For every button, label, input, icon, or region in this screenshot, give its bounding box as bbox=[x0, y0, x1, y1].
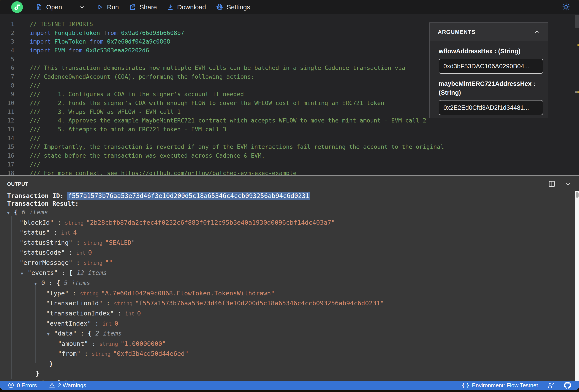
toolbar: Open Run Share Download bbox=[0, 0, 579, 14]
argument-input-wflow[interactable]: 0xd3bF53DAC106A0290B04... bbox=[439, 59, 543, 74]
gear-icon bbox=[216, 3, 223, 11]
share-button-label: Share bbox=[140, 3, 157, 11]
code-line: 14/// bbox=[0, 134, 579, 143]
flow-logo-icon bbox=[11, 1, 23, 13]
feedback-person-icon[interactable] bbox=[547, 382, 554, 389]
open-button[interactable]: Open bbox=[35, 3, 62, 11]
app-window: Open Run Share Download bbox=[0, 0, 579, 390]
editor-scrollbar-thumb[interactable] bbox=[575, 15, 579, 28]
output-row: "amount" : string"1.00000000" bbox=[7, 339, 574, 349]
collapse-arrow-icon[interactable]: ▼ bbox=[21, 269, 28, 278]
errors-status[interactable]: 0 Errors bbox=[8, 382, 37, 389]
collapse-arrow-icon[interactable]: ▼ bbox=[34, 379, 41, 381]
output-scrollbar-thumb[interactable] bbox=[576, 192, 579, 198]
output-row: ▼"data" : { 2 items bbox=[7, 329, 574, 339]
transaction-result-label: Transaction Result: bbox=[7, 200, 574, 208]
output-row: } bbox=[7, 369, 574, 378]
code-line: 15/// Importantly, the transaction is re… bbox=[0, 143, 579, 151]
output-content: Transaction ID: f557a1573b76aa53e73d46f3… bbox=[7, 176, 574, 381]
code-line: 18/// For more context, see https://gith… bbox=[0, 169, 579, 175]
output-row: ▼1 : { 5 items bbox=[7, 378, 574, 381]
warning-marker bbox=[578, 44, 579, 46]
transaction-id-line: Transaction ID: f557a1573b76aa53e73d46f3… bbox=[7, 192, 574, 200]
chevron-down-icon bbox=[79, 4, 85, 10]
theme-toggle-button[interactable] bbox=[562, 2, 570, 12]
chevron-up-icon[interactable] bbox=[534, 29, 540, 35]
collapse-arrow-icon[interactable]: ▼ bbox=[7, 208, 14, 218]
argument-label: wflowAddressHex : (String) bbox=[439, 47, 537, 56]
status-bar-right: { } Environment: Flow Testnet bbox=[462, 382, 571, 389]
arguments-body: wflowAddressHex : (String) 0xd3bF53DAC10… bbox=[430, 41, 548, 115]
open-button-label: Open bbox=[46, 3, 62, 11]
argument-label: maybeMintERC721AddressHex : (String) bbox=[439, 79, 537, 97]
argument-input-maybemint[interactable]: 0x2E2Ed0Cfd3AD2f1d34481... bbox=[439, 100, 543, 115]
warnings-count: 2 Warnings bbox=[58, 382, 86, 389]
open-file-icon bbox=[35, 3, 43, 11]
output-row: "statusString" : string"SEALED" bbox=[7, 238, 574, 248]
output-row: "type" : string"A.7e60df042a9c0868.FlowT… bbox=[7, 288, 574, 299]
run-play-icon bbox=[96, 4, 103, 10]
environment-label: Environment: Flow Testnet bbox=[472, 382, 538, 389]
run-button-label: Run bbox=[107, 3, 119, 11]
errors-count: 0 Errors bbox=[17, 382, 37, 389]
collapse-arrow-icon[interactable]: ▼ bbox=[47, 329, 54, 339]
flow-logo-glyph bbox=[14, 4, 20, 10]
share-button[interactable]: Share bbox=[129, 3, 157, 11]
output-row: "statusCode" : int0 bbox=[7, 248, 574, 258]
settings-button-label: Settings bbox=[227, 3, 250, 11]
output-row: "errorMessage" : string"" bbox=[7, 258, 574, 268]
scroll-marker bbox=[575, 91, 578, 93]
sun-icon bbox=[562, 2, 570, 11]
output-row: "blockId" : string"2b28cbfb87da2cfec4f02… bbox=[7, 218, 574, 228]
warning-triangle-icon bbox=[49, 382, 55, 389]
error-circle-icon bbox=[8, 382, 14, 389]
output-panel: OUTPUT Transaction ID: f557a1573b76aa53e… bbox=[0, 175, 579, 381]
warning-marker bbox=[578, 91, 579, 93]
download-button-label: Download bbox=[177, 3, 206, 11]
output-row: ▼{ 6 items bbox=[7, 207, 574, 218]
run-button[interactable]: Run bbox=[96, 3, 119, 11]
output-scrollbar-track[interactable] bbox=[575, 191, 579, 381]
collapse-arrow-icon[interactable]: ▼ bbox=[34, 279, 41, 288]
output-row: "transactionId" : string"f557a1573b76aa5… bbox=[7, 298, 574, 309]
status-bar: 0 Errors 2 Warnings { } Environment: Flo… bbox=[0, 381, 579, 390]
output-row: "from" : string"0xfd3b4cd50d44e6ed" bbox=[7, 349, 574, 359]
arguments-panel-header[interactable]: ARGUMENTS bbox=[430, 23, 548, 41]
github-icon[interactable] bbox=[564, 382, 571, 389]
open-dropdown-button[interactable] bbox=[79, 4, 85, 10]
environment-status[interactable]: { } Environment: Flow Testnet bbox=[462, 382, 538, 389]
toolbar-divider bbox=[73, 2, 73, 12]
code-line: 13/// 5. Attempts to mint an ERC721 toke… bbox=[0, 125, 579, 134]
share-icon bbox=[129, 3, 136, 11]
output-row: "transactionIndex" : int0 bbox=[7, 309, 574, 319]
arguments-title: ARGUMENTS bbox=[438, 29, 476, 35]
output-row: ▼0 : { 5 items bbox=[7, 278, 574, 288]
output-row: "status" : int4 bbox=[7, 228, 574, 238]
braces-icon: { } bbox=[462, 382, 469, 389]
code-line: 16/// state before the transaction was e… bbox=[0, 151, 579, 160]
code-line: 17/// bbox=[0, 160, 579, 169]
output-row: } bbox=[7, 359, 574, 369]
settings-button[interactable]: Settings bbox=[216, 3, 250, 11]
download-icon bbox=[167, 4, 174, 10]
output-row: ▼"events" : [ 12 items bbox=[7, 268, 574, 278]
download-button[interactable]: Download bbox=[167, 3, 206, 11]
output-row: "eventIndex" : int0 bbox=[7, 319, 574, 329]
arguments-panel: ARGUMENTS wflowAddressHex : (String) 0xd… bbox=[429, 22, 548, 118]
warnings-status[interactable]: 2 Warnings bbox=[49, 382, 86, 389]
